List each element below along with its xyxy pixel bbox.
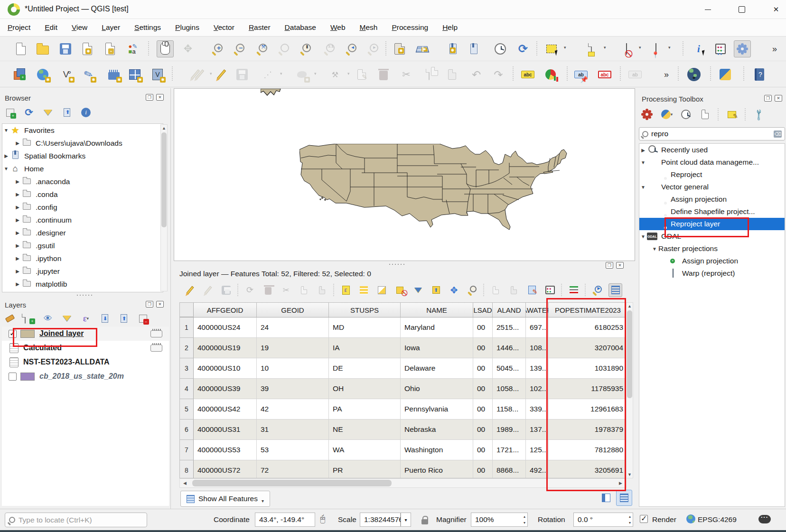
select-features-dropdown[interactable]: ▾ — [564, 45, 566, 50]
pan-map-button[interactable] — [157, 40, 174, 57]
select-by-expression-icon[interactable]: ε — [339, 283, 353, 297]
select-by-location-button[interactable]: 📍 — [647, 40, 664, 57]
layer-labeling-button[interactable]: abc — [519, 66, 536, 83]
menu-edit[interactable]: Edit — [45, 23, 57, 32]
locate-bar[interactable] — [5, 513, 147, 527]
advanced-digitizing-dropdown[interactable]: ▾ — [347, 71, 350, 76]
delete-selected-button[interactable] — [375, 66, 392, 83]
open-project-button[interactable] — [34, 40, 51, 57]
dock-table-icon[interactable] — [608, 283, 622, 297]
attribute-panel-splitter-handle[interactable] — [388, 263, 404, 265]
browser-splitter-handle[interactable] — [76, 294, 92, 296]
rotation-value[interactable]: 0.0 ° — [573, 513, 633, 527]
zoom-next-button[interactable]: ▸ — [365, 40, 382, 57]
multi-edit-icon[interactable] — [201, 283, 215, 297]
add-memory-layer-button[interactable]: ✱ — [105, 66, 122, 83]
filter-browser-icon[interactable] — [42, 106, 54, 119]
menu-processing[interactable]: Processing — [392, 23, 428, 32]
add-selected-layer-icon[interactable]: + — [4, 106, 16, 119]
data-source-manager-button[interactable]: + — [11, 66, 28, 83]
toolbox-item-recently-used[interactable]: ▶Recently used — [639, 144, 785, 156]
menu-settings[interactable]: Settings — [134, 23, 161, 32]
cut-features-button[interactable]: ✂ — [398, 66, 415, 83]
edit-features-in-place-icon[interactable]: ✎ — [726, 108, 738, 121]
zoom-to-selection-button[interactable] — [275, 40, 292, 57]
open-layer-styling-icon[interactable] — [4, 312, 16, 325]
save-edits-icon[interactable] — [219, 283, 233, 297]
toolbar-overflow-row1[interactable]: » — [766, 40, 783, 57]
layout-manager-button[interactable]: ⌁ — [102, 40, 119, 57]
attribute-table-hscrollbar[interactable]: ◀ ▶ — [179, 478, 627, 488]
zoom-full-button[interactable]: ⤧ — [253, 40, 271, 57]
cut-icon[interactable]: ✂ — [279, 283, 293, 297]
metasearch-button[interactable]: ⚭ — [685, 66, 702, 83]
select-by-value-button[interactable] — [583, 40, 600, 57]
render-checkbox[interactable] — [640, 515, 648, 523]
options-wrench-icon[interactable]: 🔧 — [753, 108, 765, 121]
map-canvas[interactable] — [174, 88, 635, 261]
menu-database[interactable]: Database — [285, 23, 316, 32]
layer-checkbox[interactable] — [9, 330, 17, 338]
delete-selected-icon[interactable] — [261, 283, 275, 297]
clear-search-icon[interactable]: ⌫ — [774, 131, 782, 138]
undo-button[interactable]: ↶ — [468, 66, 485, 83]
browser-scrollbar[interactable]: ▲ — [160, 124, 168, 291]
toolbox-close-icon[interactable]: ✕ — [775, 95, 782, 102]
menu-vector[interactable]: Vector — [214, 23, 234, 32]
browser-item-config[interactable]: ▶.config — [2, 201, 163, 214]
layer-item-calculated[interactable]: Calculated — [2, 341, 169, 355]
column-header-awater[interactable]: AWATER — [526, 303, 549, 317]
new-field-icon[interactable] — [489, 283, 503, 297]
menu-web[interactable]: Web — [330, 23, 346, 32]
browser-close-icon[interactable]: ✕ — [156, 94, 164, 101]
filter-by-expression-icon[interactable]: ε▾ — [80, 312, 92, 325]
column-header-affgeoid[interactable]: AFFGEOID — [194, 303, 257, 317]
zoom-to-selection-icon[interactable] — [465, 283, 479, 297]
form-view-toggle[interactable] — [598, 490, 614, 506]
label-highlight-button[interactable]: abc — [596, 66, 613, 83]
toolbox-item-reproject[interactable]: Reproject — [639, 168, 785, 181]
statistical-summary-button[interactable]: ●●●●●● — [712, 40, 729, 57]
zoom-to-layer-button[interactable]: ▮ — [297, 40, 314, 57]
digitize-button[interactable]: ⋰ — [259, 66, 276, 83]
filter-legend-icon[interactable] — [61, 312, 73, 325]
redo-button[interactable]: ↷ — [490, 66, 507, 83]
toolbox-item-gdal-assign-projection[interactable]: Assign projection — [639, 255, 785, 267]
browser-item-gsutil[interactable]: ▶.gsutil — [2, 239, 163, 252]
close-button[interactable] — [765, 3, 786, 16]
select-by-location-dropdown[interactable]: ▾ — [668, 45, 671, 50]
new-spatial-bookmark-button[interactable]: ✱ — [444, 40, 461, 57]
move-selection-top-icon[interactable]: ⬆ — [429, 283, 443, 297]
layers-close-icon[interactable]: ✕ — [156, 301, 164, 308]
new-map-view-button[interactable]: ✱ — [391, 40, 408, 57]
scale-dropdown[interactable]: ▾ — [401, 513, 411, 527]
crs-globe-icon[interactable] — [686, 514, 695, 525]
identify-features-button[interactable]: i — [690, 40, 707, 57]
menu-layer[interactable]: Layer — [102, 23, 120, 32]
label-pin-button[interactable]: ab📌 — [572, 66, 590, 83]
conditional-formatting-icon[interactable] — [567, 283, 580, 297]
select-by-value-dropdown[interactable]: ▾ — [604, 45, 606, 50]
toolbar-overflow-row2[interactable]: » — [658, 66, 675, 83]
new-project-button[interactable] — [12, 40, 29, 57]
add-vector-layer-button[interactable]: ✱ — [34, 66, 51, 83]
table-row[interactable]: 5 400000US42 42 PA Pennsylvania 00 1158.… — [180, 399, 633, 420]
browser-item-home[interactable]: ▼⌂Home — [2, 162, 163, 175]
toolbox-float-icon[interactable]: ❐ — [764, 95, 772, 102]
column-header-stusps[interactable]: STUSPS — [329, 303, 401, 317]
browser-float-icon[interactable]: ❐ — [146, 94, 153, 101]
paste-features-button[interactable] — [443, 66, 460, 83]
layer-item-cb-2018-us-state[interactable]: cb_2018_us_state_20m — [2, 369, 169, 383]
deselect-all-button[interactable]: ⃠ — [618, 40, 635, 57]
menu-project[interactable]: Project — [8, 23, 30, 32]
layers-float-icon[interactable]: ❐ — [146, 301, 153, 308]
crs-status[interactable]: EPSG:4269 — [698, 515, 737, 524]
toolbox-item-assign-projection[interactable]: Assign projection — [639, 193, 785, 205]
layer-item-joined-layer[interactable]: Joined layer — [2, 327, 169, 341]
browser-item-favorites[interactable]: ▼★Favorites — [2, 124, 163, 137]
python-console-button[interactable] — [717, 66, 734, 83]
locate-input[interactable] — [19, 516, 132, 524]
toolbox-item-reproject-layer[interactable]: Reproject layer — [639, 218, 785, 230]
layer-checkbox[interactable] — [9, 373, 17, 381]
column-header-geoid[interactable]: GEOID — [257, 303, 329, 317]
